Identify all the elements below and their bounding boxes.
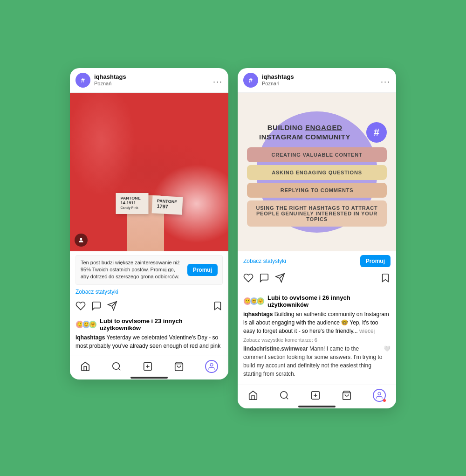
pantone-card-1: PANTONE 14-1911 Candy Pink — [116, 193, 149, 214]
left-avatar: # — [75, 73, 90, 88]
right-action-icons — [243, 271, 391, 288]
right-comment-icon[interactable] — [259, 273, 269, 286]
right-nav-home-icon[interactable] — [248, 390, 258, 400]
content-card: BUILDING ENGAGED INSTAGRAM COMMUNITY # C… — [247, 122, 387, 227]
left-caption: iqhashtags Yesterday we celebrated Valen… — [75, 333, 223, 350]
left-post-image: PANTONE 14-1911 Candy Pink PANTONE 1797 — [70, 93, 228, 251]
right-action-icons-container — [238, 271, 396, 290]
promote-banner-text: Ten post budzi większe zainteresowanie n… — [81, 259, 184, 281]
profile-notification-dot — [383, 399, 386, 402]
right-user-info: iqhashtags Poznań — [262, 73, 381, 87]
stats-link[interactable]: Zobacz statystyki — [75, 289, 223, 295]
svg-point-0 — [80, 238, 82, 240]
list-item-3: REPLYING TO COMMENTS — [247, 183, 387, 198]
right-caption: iqhashtags Building an authentic communi… — [243, 310, 391, 335]
right-nav-search-icon[interactable] — [279, 390, 289, 400]
right-bookmark-icon[interactable] — [380, 273, 391, 286]
right-phone: # iqhashtags Poznań ... BUILDING ENGAGED… — [238, 68, 396, 408]
pantone-card-2: PANTONE 1797 — [152, 195, 183, 214]
title-underline-word: ENGAGED — [305, 124, 342, 131]
more-link[interactable]: więcej — [359, 328, 375, 334]
comment-username: lindachristine.swimwear — [243, 345, 308, 352]
right-bottom-nav — [238, 385, 396, 404]
home-indicator — [130, 377, 168, 379]
title-area: BUILDING ENGAGED INSTAGRAM COMMUNITY # — [247, 122, 387, 143]
left-post-actions: Ten post budzi większe zainteresowanie n… — [70, 251, 228, 356]
comment-heart-icon[interactable]: 🤍 — [384, 345, 391, 353]
main-container: # iqhashtags Poznań ... PANTONE 14-1911 … — [51, 40, 415, 436]
left-phone-header: # iqhashtags Poznań ... — [70, 68, 228, 93]
right-promote-button[interactable]: Promuj — [360, 255, 391, 267]
left-bottom-nav — [70, 356, 228, 375]
right-likes-row: 🙂 😊 🤗 Lubi to ovvlsome i 26 innych użytk… — [243, 294, 391, 308]
svg-point-9 — [210, 363, 213, 366]
right-caption-username: iqhashtags — [243, 311, 273, 317]
nav-profile-icon[interactable] — [205, 360, 218, 373]
left-caption-username: iqhashtags — [75, 334, 105, 341]
like-icon[interactable] — [75, 301, 86, 314]
comment-icon[interactable] — [91, 301, 102, 314]
right-home-indicator — [298, 406, 336, 407]
right-username: iqhashtags — [262, 73, 381, 81]
list-item-1: CREATING VALUABLE CONTENT — [247, 147, 387, 162]
list-items: CREATING VALUABLE CONTENT ASKING ENGAGIN… — [247, 147, 387, 227]
right-stats-link[interactable]: Zobacz statystyki — [243, 258, 286, 264]
likes-avatars: 🙂 😊 🤗 — [75, 320, 97, 329]
right-likes-avatar-3: 🤗 — [256, 297, 265, 305]
hashtag-badge: # — [366, 122, 387, 143]
right-likes-text: Lubi to ovvlsome i 26 innych użytkownikó… — [267, 294, 391, 308]
svg-line-13 — [286, 397, 288, 399]
see-all-comments[interactable]: Zobacz wszystkie komentarze: 6 — [243, 337, 391, 343]
likes-row: 🙂 😊 🤗 Lubi to ovvlsome i 23 innych użytk… — [75, 317, 223, 331]
right-nav-profile-icon[interactable] — [373, 389, 386, 402]
left-username: iqhashtags — [94, 73, 213, 81]
right-like-icon[interactable] — [243, 273, 254, 286]
list-item-4: USING THE RIGHT HASHTAGS TO ATTRACT PEOP… — [247, 200, 387, 227]
user-icon[interactable] — [75, 234, 88, 247]
svg-point-12 — [281, 391, 288, 398]
right-more-options[interactable]: ... — [381, 75, 391, 85]
promote-button[interactable]: Promuj — [187, 264, 218, 276]
right-comments-section: 🙂 😊 🤗 Lubi to ovvlsome i 26 innych użytk… — [238, 290, 396, 385]
comment-row: lindachristine.swimwear 🤍 Mann! I came t… — [243, 345, 391, 378]
right-likes-avatars: 🙂 😊 🤗 — [243, 297, 265, 305]
right-nav-create-icon[interactable] — [310, 390, 321, 400]
right-avatar: # — [243, 73, 258, 88]
post-title: BUILDING ENGAGED INSTAGRAM COMMUNITY — [247, 123, 363, 141]
right-nav-shop-icon[interactable] — [342, 390, 352, 400]
right-phone-header: # iqhashtags Poznań ... — [238, 68, 396, 93]
left-more-options[interactable]: ... — [213, 75, 223, 85]
promote-banner: Ten post budzi większe zainteresowanie n… — [75, 255, 223, 285]
likes-avatar-3: 🤗 — [89, 320, 97, 329]
svg-point-18 — [378, 392, 381, 395]
right-promote-bar: Zobacz statystyki Promuj — [238, 251, 396, 271]
nav-shop-icon[interactable] — [174, 361, 184, 372]
right-location: Poznań — [262, 81, 381, 87]
nav-create-icon[interactable] — [143, 361, 153, 372]
nav-search-icon[interactable] — [111, 361, 122, 372]
right-share-icon[interactable] — [275, 273, 285, 286]
left-user-info: iqhashtags Poznań — [94, 73, 213, 87]
svg-point-3 — [113, 362, 120, 369]
right-post-image: BUILDING ENGAGED INSTAGRAM COMMUNITY # C… — [238, 93, 396, 251]
svg-line-4 — [118, 368, 120, 370]
bookmark-icon[interactable] — [212, 301, 223, 314]
share-icon[interactable] — [107, 301, 117, 314]
nav-home-icon[interactable] — [80, 361, 90, 372]
left-location: Poznań — [94, 81, 213, 87]
likes-text: Lubi to ovvlsome i 23 innych użytkownikó… — [100, 317, 223, 331]
action-icons-row — [75, 299, 223, 316]
list-item-2: ASKING ENGAGING QUESTIONS — [247, 165, 387, 180]
left-phone: # iqhashtags Poznań ... PANTONE 14-1911 … — [70, 68, 228, 379]
